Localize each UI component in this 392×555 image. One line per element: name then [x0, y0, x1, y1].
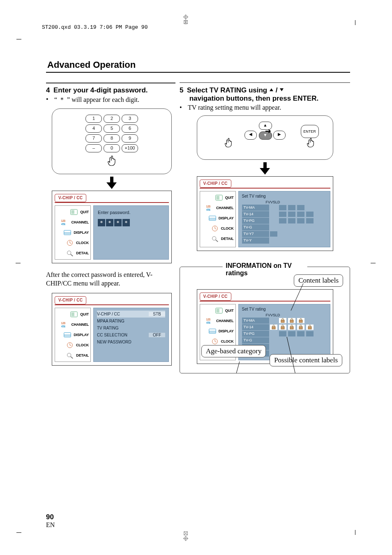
sidebar-item-quit: QUIT	[201, 306, 235, 315]
numkey-6: 6	[122, 124, 138, 133]
callout-possible-content: Possible content labels	[270, 354, 342, 366]
svg-rect-59	[290, 327, 293, 329]
password-stars: ＊＊＊＊	[98, 219, 164, 226]
lock-icon	[279, 325, 286, 330]
detail-icon	[210, 235, 219, 242]
svg-point-28	[67, 353, 71, 357]
page-language: EN	[46, 521, 55, 529]
rating-cell	[306, 344, 314, 350]
bullet: TV rating setting menu will appear.	[188, 104, 350, 111]
rating-cell	[297, 212, 304, 217]
pointer-hand-icon	[307, 138, 315, 150]
rating-cell	[297, 344, 304, 350]
svg-text:456: 456	[61, 325, 66, 327]
numkey-–: –	[85, 144, 102, 152]
sidebar-item-channel: 123456CHANNEL	[201, 316, 235, 325]
sidebar-item-detail: DETAIL	[201, 234, 235, 243]
step-heading: 4Enter your 4-digit password.	[46, 86, 178, 94]
channel-icon: 123456	[205, 204, 214, 212]
sidebar-item-quit: QUIT	[56, 207, 90, 216]
step-heading: 5Select TV RATING using / navigation but…	[180, 86, 350, 103]
svg-rect-19	[71, 312, 74, 316]
menu-item: NEW PASSWORD	[97, 339, 165, 345]
sidebar-item-display: DISPLAY	[56, 330, 90, 339]
menu-tab: V-CHIP / CC	[55, 194, 86, 202]
right-arrow-icon: ➔	[265, 127, 271, 136]
rating-row: TV-PG	[242, 331, 327, 337]
sidebar-item-clock: CLOCK	[56, 238, 90, 247]
quit-icon	[214, 194, 224, 201]
numkey-0: 0	[104, 144, 120, 152]
page-number: 90	[46, 513, 54, 521]
menu-sidebar: QUIT123456CHANNELDISPLAYCLOCKDETAIL	[200, 191, 236, 247]
prompt-text: Enter password.	[98, 210, 164, 215]
svg-text:123: 123	[206, 318, 211, 321]
numkey-3: 3	[122, 115, 138, 123]
svg-text:123: 123	[206, 205, 211, 208]
remote-navigation-figure: ▲ ▼ ◀ ▶ ➔ ENTER	[197, 115, 333, 160]
rating-cell	[306, 338, 314, 343]
sidebar-item-clock: CLOCK	[201, 337, 235, 346]
rating-row: TV-G	[242, 337, 327, 343]
svg-text:456: 456	[206, 321, 211, 324]
section-title: Advanced Operation	[47, 60, 136, 70]
rating-cell	[306, 318, 314, 323]
divider	[180, 82, 350, 84]
rating-cell	[288, 344, 295, 350]
rating-cell	[270, 331, 277, 336]
sidebar-item-display: DISPLAY	[201, 327, 235, 336]
enter-button-icon: ENTER	[301, 125, 319, 138]
svg-line-27	[70, 345, 71, 346]
menu-item: TV RATING	[97, 325, 165, 332]
rating-cell	[288, 205, 295, 210]
rating-cell	[270, 205, 277, 210]
rating-col: FV	[266, 313, 271, 317]
rating-cell	[288, 225, 295, 230]
sidebar-item-quit: QUIT	[56, 310, 90, 319]
clock-icon	[210, 225, 219, 232]
rating-cell	[288, 212, 295, 217]
right-button-icon: ▶	[273, 131, 286, 140]
password-char: ＊	[122, 219, 130, 226]
svg-line-29	[71, 357, 73, 359]
rating-cell	[288, 218, 295, 223]
divider	[46, 82, 175, 84]
clock-icon	[65, 239, 74, 246]
channel-icon: 123456	[205, 317, 214, 325]
title-rule	[46, 72, 350, 73]
rating-heading: Set TV rating	[242, 307, 327, 311]
crop-mark	[371, 263, 376, 263]
svg-line-51	[214, 341, 216, 342]
rating-heading: Set TV rating	[242, 194, 327, 198]
menu-tab: V-CHIP / CC	[200, 180, 231, 188]
sidebar-item-clock: CLOCK	[56, 341, 90, 350]
rating-cell	[270, 231, 277, 237]
rating-cell	[270, 225, 277, 230]
numkey-4: 4	[85, 124, 102, 133]
lock-icon	[306, 325, 314, 330]
clock-icon	[210, 338, 219, 345]
rating-row: TV-G	[242, 224, 327, 230]
rating-row: TV-PG	[242, 218, 327, 224]
rating-cell	[297, 231, 304, 237]
rating-col: D	[277, 313, 280, 317]
rating-cell	[306, 212, 314, 217]
rating-cell	[279, 231, 286, 237]
rating-columns: FVVSLD	[242, 200, 327, 204]
menu-window-password: V-CHIP / CC QUIT123456CHANNELDISPLAYCLOC…	[52, 191, 172, 263]
rating-row: TV-Y7	[242, 231, 327, 237]
up-triangle-icon	[269, 88, 274, 92]
lock-icon	[270, 325, 277, 330]
svg-rect-61	[308, 327, 311, 329]
menu-item: MPAA RATING	[97, 318, 165, 325]
rating-cell	[306, 225, 314, 230]
clock-icon	[65, 341, 74, 349]
numkey-5: 5	[104, 124, 120, 133]
rating-cell	[306, 231, 314, 237]
callout-age-category: Age-based category	[201, 345, 266, 357]
menu-tab: V-CHIP / CC	[200, 292, 231, 301]
rating-row: TV-14	[242, 211, 327, 217]
password-char: ＊	[98, 219, 105, 226]
registration-mark-bottom	[181, 531, 191, 543]
rating-cell	[279, 338, 286, 343]
